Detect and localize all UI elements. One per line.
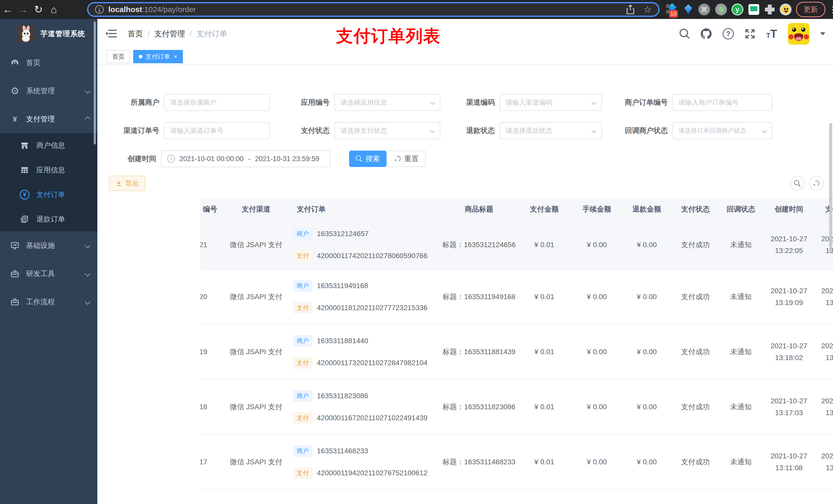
col-notify: 回调状态 — [718, 205, 763, 214]
table-row[interactable]: 18 微信 JSAPI 支付 商户1635311823086 支付4200001… — [200, 380, 833, 435]
close-tab-icon[interactable]: × — [174, 53, 177, 60]
table-row[interactable]: 17 微信 JSAPI 支付 商户1635311468233 支付4200001… — [200, 435, 833, 490]
share-icon[interactable] — [626, 5, 635, 14]
bookmark-star-icon[interactable]: ☆ — [643, 4, 652, 15]
date-range-input[interactable]: 2021-10-01 00:00:00 - 2021-10-31 23:59:5… — [161, 150, 330, 167]
extension-gem-icon[interactable] — [685, 0, 692, 19]
sidebar-item-label: 工作流程 — [26, 297, 55, 307]
tab-home[interactable]: 首页 — [106, 50, 130, 63]
sidebar-item-home[interactable]: 首页 — [0, 49, 97, 77]
browser-back-button[interactable]: ← — [0, 4, 15, 15]
window-scrollbar[interactable] — [829, 123, 832, 252]
sidebar-item-label: 应用信息 — [37, 165, 65, 175]
chevron-down-icon — [85, 299, 91, 305]
github-icon[interactable] — [700, 28, 712, 40]
user-avatar[interactable] — [788, 23, 809, 45]
cell-channel: 微信 JSAPI 支付 — [219, 292, 293, 302]
merchant-order-input[interactable] — [672, 94, 772, 111]
owner-input-field[interactable] — [170, 99, 264, 106]
search-button[interactable]: 搜索 — [349, 150, 386, 167]
owner-input[interactable] — [164, 94, 270, 111]
table-row[interactable]: 19 微信 JSAPI 支付 商户1635311881440 支付4200001… — [200, 325, 833, 380]
table-row[interactable]: 20 微信 JSAPI 支付 商户1635311949168 支付4200001… — [200, 269, 833, 325]
cell-status: 支付成功 — [672, 457, 718, 467]
site-info-icon[interactable] — [95, 5, 104, 14]
refresh-table-button[interactable] — [809, 176, 824, 191]
export-button[interactable]: 导出 — [109, 176, 145, 191]
notify-status-select[interactable]: 请选择订单回调商户状态 — [672, 122, 772, 139]
table-header-row: 编号 支付渠道 支付订单 商品标题 支付金额 手续金额 退款金额 支付状态 回调… — [200, 198, 833, 221]
search-icon — [794, 180, 801, 187]
cell-status: 支付成功 — [672, 402, 718, 412]
chevron-down-icon — [430, 100, 435, 105]
table-row[interactable]: 商户1635311151796 — [200, 490, 833, 504]
sidebar-item-infra[interactable]: 基础设施 — [0, 232, 97, 260]
browser-home-button[interactable]: ⌂ — [46, 4, 62, 15]
merchant-tag: 商户 — [293, 228, 312, 239]
breadcrumb-home[interactable]: 首页 — [127, 29, 143, 39]
cell-refund: ¥ 0.00 — [621, 403, 672, 411]
browser-forward-button[interactable]: → — [15, 4, 31, 15]
channel-order-input[interactable] — [164, 122, 270, 139]
filter-channel-order: 渠道订单号 — [108, 122, 270, 139]
extension-y-icon[interactable]: y — [732, 0, 743, 19]
sidebar-scrollbar[interactable] — [94, 22, 96, 144]
extension-command-icon[interactable]: ⌘ — [698, 0, 710, 19]
avatar-caret-icon[interactable] — [820, 32, 825, 35]
storefront-icon — [20, 140, 30, 150]
sidebar-item-refund-order[interactable]: 退款订单 — [0, 207, 97, 232]
merchant-order-no: 1635311881440 — [317, 337, 368, 345]
logo-rabbit-image — [18, 25, 34, 42]
tab-pay-order[interactable]: 支付订单 × — [133, 50, 183, 63]
profile-avatar-icon[interactable] — [780, 0, 791, 19]
channel-order-input-field[interactable] — [170, 127, 264, 135]
browser-update-button[interactable]: 更新 — [796, 0, 825, 19]
sidebar-item-devtools[interactable]: 研发工具 — [0, 260, 97, 288]
font-size-icon[interactable]: TT — [766, 27, 777, 40]
merchant-tag: 商户 — [293, 335, 312, 346]
sidebar-item-pay[interactable]: ¥ 支付管理 — [0, 105, 97, 133]
table-row[interactable]: 21 微信 JSAPI 支付 商户1635312124657 支付4200001… — [200, 221, 833, 269]
pay-order-no: 4200001174202110278060590766 — [317, 252, 428, 260]
cell-fee: ¥ 0.00 — [572, 458, 621, 466]
extension-pinned-icon[interactable]: 10 — [666, 0, 677, 19]
cell-notify: 未通知 — [718, 457, 763, 467]
extensions-puzzle-icon[interactable] — [765, 0, 775, 19]
search-icon[interactable] — [680, 29, 690, 39]
merchant-order-input-field[interactable] — [679, 99, 766, 106]
app-select[interactable]: 请选择应用信息 — [334, 94, 440, 111]
sidebar-item-workflow[interactable]: 工作流程 — [0, 288, 97, 316]
sidebar-item-app-info[interactable]: 应用信息 — [0, 158, 97, 182]
browser-menu-kebab-icon[interactable]: ⋮ — [822, 0, 833, 19]
cell-id: 20 — [200, 293, 219, 301]
filter-channel-code: 渠道编码 请输入渠道编码 — [443, 94, 602, 111]
url-text: localhost:1024/pay/order — [109, 5, 196, 14]
refund-status-select[interactable]: 请选择退款状态 — [499, 122, 602, 139]
col-amount: 支付金额 — [516, 205, 572, 214]
extension-dot-icon[interactable] — [715, 0, 727, 19]
merchant-tag: 商户 — [293, 280, 312, 291]
address-bar[interactable]: localhost:1024/pay/order ☆ — [87, 2, 660, 17]
extension-chat-icon[interactable] — [748, 0, 759, 19]
sidebar-item-system[interactable]: ⚙ 系统管理 — [0, 77, 97, 105]
cell-fee: ¥ 0.00 — [572, 348, 621, 356]
sidebar-item-merchant-info[interactable]: 商户信息 — [0, 133, 97, 158]
refresh-icon — [395, 155, 401, 162]
pay-tag: 支付 — [293, 250, 312, 262]
browser-reload-button[interactable]: ↻ — [31, 4, 46, 15]
sidebar-item-pay-order[interactable]: ¥ 支付订单 — [0, 182, 97, 207]
help-icon[interactable]: ? — [722, 28, 734, 40]
collapse-sidebar-icon[interactable] — [105, 29, 117, 39]
breadcrumb-pay[interactable]: 支付管理 — [154, 29, 185, 39]
cell-notify: 未通知 — [718, 240, 763, 250]
sidebar-item-label: 首页 — [26, 58, 41, 68]
channel-code-select[interactable]: 请输入渠道编码 — [499, 94, 602, 111]
cell-id: 17 — [200, 458, 219, 466]
pay-status-select[interactable]: 请选择支付状态 — [334, 122, 440, 139]
cell-channel: 微信 JSAPI 支付 — [219, 457, 293, 467]
reset-button[interactable]: 重置 — [387, 150, 426, 167]
pay-order-no: 4200001194202110276752100612 — [317, 469, 428, 477]
toggle-search-button[interactable] — [790, 176, 805, 191]
download-icon — [116, 180, 122, 187]
fullscreen-icon[interactable] — [745, 28, 755, 39]
